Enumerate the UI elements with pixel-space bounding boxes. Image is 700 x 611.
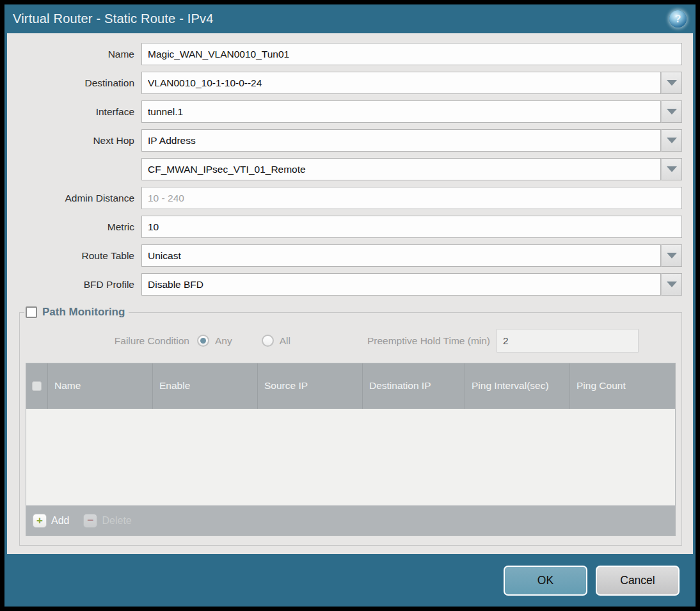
column-header-ping-count[interactable]: Ping Count bbox=[570, 363, 675, 409]
chevron-down-icon bbox=[667, 138, 677, 143]
bfd-profile-label: BFD Profile bbox=[7, 279, 141, 290]
select-all-cell bbox=[26, 363, 48, 409]
route-table-dropdown-button[interactable] bbox=[661, 244, 682, 267]
admin-distance-row: Admin Distance bbox=[7, 187, 682, 209]
select-all-checkbox[interactable] bbox=[32, 381, 42, 391]
plus-icon: + bbox=[33, 514, 47, 528]
static-route-dialog: Virtual Router - Static Route - IPv4 ? N… bbox=[4, 4, 696, 607]
path-monitoring-title: Path Monitoring bbox=[42, 306, 125, 319]
chevron-down-icon bbox=[667, 109, 677, 115]
next-hop-address-input[interactable] bbox=[141, 158, 661, 180]
radio-all-label: All bbox=[280, 335, 290, 347]
route-table-row: Route Table bbox=[7, 244, 682, 267]
column-header-enable[interactable]: Enable bbox=[153, 363, 258, 409]
preemptive-hold-time-input[interactable] bbox=[497, 329, 639, 353]
dialog-body: Name Destination Interface bbox=[7, 33, 693, 554]
table-body-empty bbox=[26, 409, 675, 505]
dialog-title: Virtual Router - Static Route - IPv4 bbox=[13, 12, 669, 26]
chevron-down-icon bbox=[667, 282, 677, 287]
column-header-destination-ip[interactable]: Destination IP bbox=[363, 363, 465, 409]
minus-icon: − bbox=[83, 514, 97, 528]
path-monitoring-section: Path Monitoring Failure Condition Any Al… bbox=[19, 306, 682, 546]
failure-condition-radio-group: Any All bbox=[197, 335, 290, 347]
path-monitoring-legend: Path Monitoring bbox=[24, 306, 129, 319]
metric-row: Metric bbox=[7, 216, 682, 238]
admin-distance-label: Admin Distance bbox=[7, 193, 141, 204]
next-hop-label: Next Hop bbox=[7, 135, 141, 147]
radio-any-label: Any bbox=[215, 335, 232, 347]
column-header-source-ip[interactable]: Source IP bbox=[258, 363, 363, 409]
admin-distance-input[interactable] bbox=[141, 187, 682, 209]
delete-button-label: Delete bbox=[102, 515, 131, 527]
table-toolbar: + Add − Delete bbox=[26, 505, 675, 536]
table-header-row: Name Enable Source IP Destination IP Pin… bbox=[26, 363, 675, 409]
next-hop-dropdown-button[interactable] bbox=[661, 129, 682, 152]
column-header-ping-interval[interactable]: Ping Interval(sec) bbox=[465, 363, 570, 409]
metric-label: Metric bbox=[7, 221, 141, 233]
destination-input[interactable] bbox=[141, 72, 661, 94]
interface-input[interactable] bbox=[141, 100, 661, 123]
next-hop-row: Next Hop bbox=[7, 129, 682, 152]
bfd-profile-row: BFD Profile bbox=[7, 273, 682, 296]
failure-condition-row: Failure Condition Any All Preemptive Hol… bbox=[26, 329, 676, 353]
chevron-down-icon bbox=[667, 80, 677, 86]
destination-label: Destination bbox=[7, 77, 141, 89]
name-label: Name bbox=[7, 49, 141, 60]
preemptive-hold-time-label: Preemptive Hold Time (min) bbox=[367, 335, 490, 347]
chevron-down-icon bbox=[667, 253, 677, 258]
delete-button[interactable]: − Delete bbox=[83, 514, 131, 528]
metric-input[interactable] bbox=[141, 216, 682, 238]
cancel-button[interactable]: Cancel bbox=[596, 566, 680, 596]
path-monitoring-table: Name Enable Source IP Destination IP Pin… bbox=[26, 363, 676, 536]
column-header-name[interactable]: Name bbox=[48, 363, 153, 409]
radio-all[interactable] bbox=[262, 335, 274, 347]
radio-any[interactable] bbox=[197, 335, 209, 347]
next-hop-address-dropdown-button[interactable] bbox=[661, 158, 682, 180]
next-hop-address-row bbox=[7, 158, 682, 180]
route-table-input[interactable] bbox=[141, 244, 661, 267]
interface-row: Interface bbox=[7, 100, 682, 123]
ok-button[interactable]: OK bbox=[504, 566, 587, 596]
dialog-footer: OK Cancel bbox=[4, 554, 696, 607]
help-glyph: ? bbox=[675, 13, 681, 25]
failure-condition-label: Failure Condition bbox=[26, 335, 197, 347]
add-button-label: Add bbox=[51, 515, 69, 527]
name-row: Name bbox=[7, 43, 682, 65]
chevron-down-icon bbox=[667, 166, 677, 172]
add-button[interactable]: + Add bbox=[33, 514, 69, 528]
route-table-label: Route Table bbox=[7, 250, 141, 262]
name-input[interactable] bbox=[141, 43, 682, 65]
bfd-profile-dropdown-button[interactable] bbox=[661, 273, 682, 296]
bfd-profile-input[interactable] bbox=[141, 273, 661, 296]
path-monitoring-checkbox[interactable] bbox=[26, 306, 37, 318]
interface-dropdown-button[interactable] bbox=[661, 100, 682, 123]
destination-row: Destination bbox=[7, 72, 682, 94]
destination-dropdown-button[interactable] bbox=[661, 72, 682, 94]
title-bar: Virtual Router - Static Route - IPv4 ? bbox=[4, 4, 696, 33]
interface-label: Interface bbox=[7, 106, 141, 118]
next-hop-type-input[interactable] bbox=[141, 129, 661, 152]
help-icon[interactable]: ? bbox=[669, 10, 687, 28]
